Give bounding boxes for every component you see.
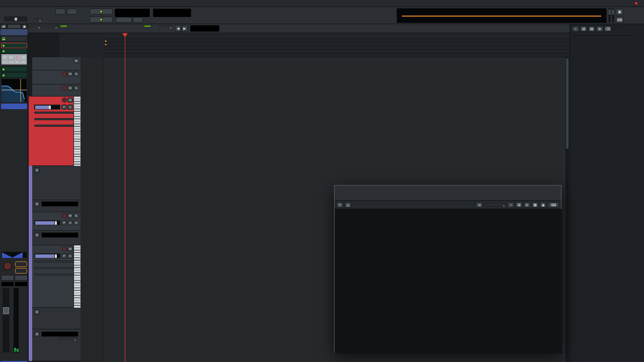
close-button[interactable] — [548, 189, 557, 198]
shuttle-slider[interactable] — [4, 17, 27, 21]
sections-table[interactable] — [571, 34, 635, 36]
drums-rec-button[interactable] — [62, 85, 67, 90]
solo-button[interactable] — [15, 275, 28, 281]
leads-a-button[interactable]: A — [67, 253, 73, 258]
bass-p-button[interactable]: P — [61, 105, 67, 110]
processor-fader[interactable] — [1, 104, 27, 109]
crop-icon[interactable]: ▣ — [616, 9, 623, 15]
leads-mode-dropdown[interactable] — [34, 267, 78, 269]
synths-mute-button[interactable]: M — [67, 213, 73, 218]
secondary-clock[interactable] — [153, 9, 191, 17]
resize-icon[interactable]: ⇲ — [476, 202, 482, 208]
synths-g-button[interactable]: G — [73, 220, 79, 225]
drums-mute-button[interactable]: M — [67, 85, 73, 90]
punch-out-button[interactable] — [67, 9, 77, 15]
save-icon[interactable]: 🖫 — [580, 26, 587, 32]
surge-xt-ui[interactable] — [335, 209, 562, 353]
lane-header-leads-velocity[interactable]: ✕ — [32, 308, 80, 329]
processor-compressor[interactable] — [1, 48, 27, 54]
strip-track-name[interactable] — [1, 29, 28, 35]
leads-channel-dropdown[interactable] — [34, 274, 78, 276]
bass-device-dropdown[interactable] — [34, 112, 78, 114]
grid-dropdown[interactable] — [159, 25, 173, 27]
meter-button[interactable] — [133, 17, 143, 23]
save-preset-icon[interactable]: 🖫 — [516, 202, 522, 208]
gear-icon[interactable]: ◉ — [22, 24, 27, 29]
fader-handle[interactable] — [3, 307, 9, 314]
leads-mute-button[interactable]: M — [67, 246, 73, 251]
processor-surge-xt[interactable] — [1, 43, 27, 48]
synth-mod-hide-button[interactable]: ✕ — [34, 232, 40, 238]
copy-icon[interactable]: ▤ — [588, 26, 595, 32]
leads-velocity-hide-button[interactable]: ✕ — [34, 309, 40, 315]
auto-return-button[interactable] — [90, 17, 113, 23]
kick-rec-button[interactable] — [62, 71, 67, 76]
synths-solo-button[interactable]: S — [73, 213, 79, 218]
primary-clock[interactable] — [115, 9, 150, 17]
delete-preset-icon[interactable]: ⊘ — [524, 202, 530, 208]
bass-track-fader[interactable] — [34, 105, 60, 110]
bass-mode-dropdown[interactable] — [34, 118, 78, 120]
kick-solo-button[interactable]: S — [73, 71, 79, 76]
mini-fader-2[interactable] — [612, 8, 614, 23]
leads-track-fader[interactable] — [34, 253, 60, 258]
record-enable-button[interactable] — [3, 261, 12, 270]
master-mute-button[interactable]: M — [73, 58, 79, 63]
kick-mute-button[interactable]: M — [67, 71, 73, 76]
error-log-icon[interactable] — [634, 2, 638, 5]
pin-icon[interactable]: ◎ — [345, 202, 351, 208]
bass-channel-dropdown[interactable] — [34, 125, 78, 127]
synth-mod-value[interactable] — [41, 232, 78, 238]
lane-header-leads-mod[interactable]: ✕ — [32, 329, 80, 361]
mute-button[interactable] — [1, 275, 14, 281]
bass-mute-button[interactable]: M — [67, 98, 73, 103]
ruler-rows[interactable]: ▲ ▲ — [103, 33, 570, 57]
track-header-drums[interactable]: MS — [32, 84, 80, 97]
monitor-input-button[interactable] — [15, 261, 27, 267]
smart-mode-button[interactable] — [60, 25, 67, 27]
monitor-disk-button[interactable] — [15, 268, 27, 274]
minimize-button[interactable] — [521, 189, 530, 198]
leads-rec-button[interactable] — [62, 246, 67, 251]
drums-solo-button[interactable]: S — [73, 85, 79, 90]
edit-mode-dropdown[interactable] — [29, 25, 41, 27]
track-header-master[interactable]: M — [32, 57, 80, 70]
synths-track-fader[interactable] — [34, 220, 60, 225]
leads-mod-hide-button[interactable]: ✕ — [34, 331, 40, 337]
gain-fader[interactable] — [2, 288, 10, 353]
synths-group-strip[interactable] — [29, 166, 32, 361]
punch-in-button[interactable] — [55, 9, 65, 15]
strip-input-button[interactable]: ⬓ — [1, 36, 28, 42]
lane-header-synth-mod[interactable]: ✕ — [32, 231, 80, 245]
bass-mod-hide-button[interactable]: ✕ — [34, 201, 40, 207]
processor-send[interactable] — [1, 66, 27, 72]
add-icon[interactable]: ＋ — [572, 26, 579, 32]
leads-mod-mode-dropdown[interactable] — [58, 337, 77, 339]
vertical-scrollbar[interactable] — [566, 57, 569, 362]
maximize-button[interactable] — [535, 189, 544, 198]
lane-header-bass-mod[interactable]: ✕ — [32, 200, 80, 212]
tempo-marker[interactable]: ▲ — [104, 39, 107, 42]
track-header-synths[interactable]: MS PAG — [32, 212, 80, 231]
nudge-back-button[interactable]: ◀ — [175, 25, 181, 32]
synths-rec-button[interactable] — [62, 213, 67, 218]
processor-meter[interactable]: 2 — [1, 54, 27, 65]
track-header-kick[interactable]: MS — [32, 70, 80, 84]
trash-icon[interactable]: ⌫ — [604, 26, 611, 32]
plugin-titlebar[interactable] — [335, 186, 561, 201]
analysis-icon[interactable]: ◉ — [540, 202, 546, 208]
tempo-button[interactable] — [116, 17, 132, 23]
add-preset-icon[interactable]: ＋ — [508, 202, 514, 208]
preset-dropdown[interactable] — [484, 204, 506, 206]
bypass-icon[interactable]: ⏻ — [337, 202, 343, 208]
peak-display[interactable] — [15, 282, 28, 287]
mini-timeline[interactable] — [396, 8, 607, 23]
edit-point-dropdown[interactable] — [43, 25, 58, 27]
gear-icon[interactable]: ⚙ — [596, 26, 603, 32]
lane-header-bass-velocity[interactable]: ✕ — [32, 166, 80, 200]
snap-button[interactable] — [144, 25, 151, 27]
follow-range-button[interactable] — [90, 9, 113, 15]
bass-a-button[interactable]: A — [67, 105, 73, 110]
strip-collapse-icon[interactable]: ◂‖ — [1, 24, 7, 29]
bass-piano-scroomer[interactable] — [73, 97, 80, 166]
